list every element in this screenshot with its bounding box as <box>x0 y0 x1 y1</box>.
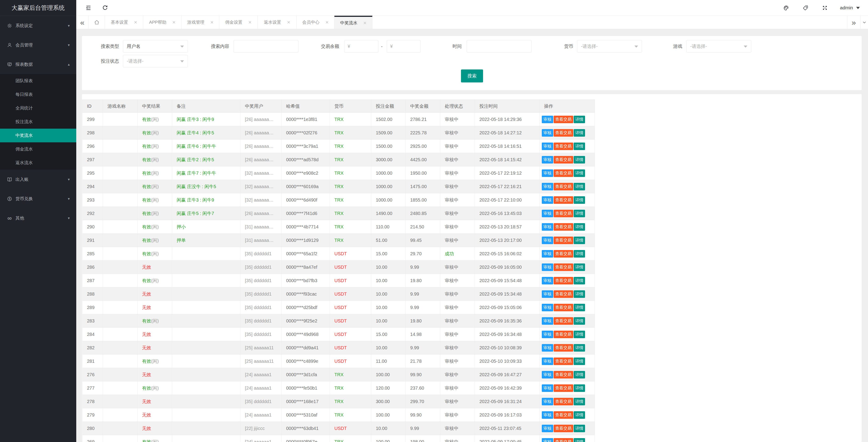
view-trade-button[interactable]: 查看交易 <box>554 170 573 177</box>
detail-button[interactable]: 详情 <box>574 357 585 365</box>
audit-button[interactable]: 审核 <box>542 250 553 258</box>
view-trade-button[interactable]: 查看交易 <box>554 223 573 231</box>
detail-button[interactable]: 详情 <box>574 371 585 379</box>
detail-button[interactable]: 详情 <box>574 398 585 405</box>
audit-button[interactable]: 审核 <box>542 304 553 311</box>
detail-button[interactable]: 详情 <box>574 438 585 442</box>
view-trade-button[interactable]: 查看交易 <box>554 438 573 442</box>
view-trade-button[interactable]: 查看交易 <box>554 290 573 298</box>
audit-button[interactable]: 审核 <box>542 143 553 150</box>
sidebar-subitem-中奖流水[interactable]: 中奖流水 <box>0 129 76 142</box>
audit-button[interactable]: 审核 <box>542 156 553 164</box>
audit-button[interactable]: 审核 <box>542 290 553 298</box>
view-trade-button[interactable]: 查看交易 <box>554 331 573 338</box>
collapse-sidebar-icon[interactable] <box>85 5 92 11</box>
detail-button[interactable]: 详情 <box>574 237 585 244</box>
audit-button[interactable]: 审核 <box>542 263 553 271</box>
user-menu[interactable]: admin <box>840 5 860 11</box>
audit-button[interactable]: 审核 <box>542 357 553 365</box>
close-icon[interactable]: × <box>363 20 367 26</box>
detail-button[interactable]: 详情 <box>574 129 585 137</box>
audit-button[interactable]: 审核 <box>542 344 553 352</box>
audit-button[interactable]: 审核 <box>542 411 553 419</box>
detail-button[interactable]: 详情 <box>574 384 585 392</box>
view-trade-button[interactable]: 查看交易 <box>554 156 573 164</box>
audit-button[interactable]: 审核 <box>542 196 553 204</box>
detail-button[interactable]: 详情 <box>574 170 585 177</box>
balance-min-input[interactable] <box>344 40 378 53</box>
tab-中奖流水[interactable]: 中奖流水× <box>334 16 372 29</box>
sidebar-item-报表数据[interactable]: 报表数据▲ <box>0 55 76 74</box>
audit-button[interactable]: 审核 <box>542 438 553 442</box>
sidebar-subitem-每日报表[interactable]: 每日报表 <box>0 88 76 101</box>
view-trade-button[interactable]: 查看交易 <box>554 425 573 432</box>
fullscreen-icon[interactable] <box>822 5 828 11</box>
audit-button[interactable]: 审核 <box>542 210 553 217</box>
detail-button[interactable]: 详情 <box>574 143 585 150</box>
audit-button[interactable]: 审核 <box>542 398 553 405</box>
tab-APP帮助[interactable]: APP帮助× <box>143 16 182 29</box>
detail-button[interactable]: 详情 <box>574 210 585 217</box>
audit-button[interactable]: 审核 <box>542 183 553 190</box>
tabs-menu-icon[interactable] <box>860 16 868 29</box>
view-trade-button[interactable]: 查看交易 <box>554 116 573 123</box>
view-trade-button[interactable]: 查看交易 <box>554 411 573 419</box>
detail-button[interactable]: 详情 <box>574 263 585 271</box>
sidebar-item-系统设定[interactable]: 系统设定▼ <box>0 16 76 35</box>
view-trade-button[interactable]: 查看交易 <box>554 250 573 258</box>
tab-游戏管理[interactable]: 游戏管理× <box>182 16 219 29</box>
time-input[interactable] <box>467 40 531 53</box>
close-icon[interactable]: × <box>172 19 176 26</box>
sidebar-item-会员管理[interactable]: 会员管理▼ <box>0 35 76 55</box>
close-icon[interactable]: × <box>287 19 290 26</box>
tabs-scroll-left-icon[interactable]: « <box>76 16 89 29</box>
audit-button[interactable]: 审核 <box>542 170 553 177</box>
detail-button[interactable]: 详情 <box>574 331 585 338</box>
sidebar-subitem-团队报表[interactable]: 团队报表 <box>0 74 76 88</box>
sidebar-subitem-佣金流水[interactable]: 佣金流水 <box>0 142 76 156</box>
refresh-icon[interactable] <box>102 5 108 11</box>
view-trade-button[interactable]: 查看交易 <box>554 196 573 204</box>
view-trade-button[interactable]: 查看交易 <box>554 143 573 150</box>
sidebar-subitem-全局统计[interactable]: 全局统计 <box>0 101 76 115</box>
detail-button[interactable]: 详情 <box>574 290 585 298</box>
detail-button[interactable]: 详情 <box>574 344 585 352</box>
theme-palette-icon[interactable] <box>783 5 789 11</box>
tag-icon[interactable] <box>803 5 808 11</box>
detail-button[interactable]: 详情 <box>574 183 585 190</box>
search-content-input[interactable] <box>234 40 299 53</box>
view-trade-button[interactable]: 查看交易 <box>554 263 573 271</box>
view-trade-button[interactable]: 查看交易 <box>554 384 573 392</box>
balance-max-input[interactable] <box>387 40 421 53</box>
view-trade-button[interactable]: 查看交易 <box>554 398 573 405</box>
audit-button[interactable]: 审核 <box>542 129 553 137</box>
search-type-select[interactable]: 用户名 <box>123 40 188 53</box>
bet-status-select[interactable]: -请选择- <box>123 55 188 67</box>
detail-button[interactable]: 详情 <box>574 250 585 258</box>
audit-button[interactable]: 审核 <box>542 384 553 392</box>
detail-button[interactable]: 详情 <box>574 277 585 285</box>
sidebar-item-其他[interactable]: ∞其他▼ <box>0 208 76 228</box>
close-icon[interactable]: × <box>210 19 214 26</box>
close-icon[interactable]: × <box>248 19 252 26</box>
tabs-scroll-right-icon[interactable]: » <box>847 16 860 29</box>
audit-button[interactable]: 审核 <box>542 331 553 338</box>
currency-select[interactable]: -请选择- <box>577 40 642 53</box>
view-trade-button[interactable]: 查看交易 <box>554 304 573 311</box>
audit-button[interactable]: 审核 <box>542 277 553 285</box>
view-trade-button[interactable]: 查看交易 <box>554 317 573 325</box>
detail-button[interactable]: 详情 <box>574 304 585 311</box>
audit-button[interactable]: 审核 <box>542 425 553 432</box>
view-trade-button[interactable]: 查看交易 <box>554 237 573 244</box>
sidebar-subitem-返水流水[interactable]: 返水流水 <box>0 156 76 170</box>
view-trade-button[interactable]: 查看交易 <box>554 183 573 190</box>
tab-会员中心[interactable]: 会员中心× <box>297 16 334 29</box>
sidebar-subitem-投注流水[interactable]: 投注流水 <box>0 115 76 129</box>
tab-返水设置[interactable]: 返水设置× <box>258 16 297 29</box>
game-select[interactable]: -请选择- <box>686 40 751 53</box>
view-trade-button[interactable]: 查看交易 <box>554 357 573 365</box>
tab-佣金设置[interactable]: 佣金设置× <box>219 16 258 29</box>
detail-button[interactable]: 详情 <box>574 223 585 231</box>
audit-button[interactable]: 审核 <box>542 223 553 231</box>
detail-button[interactable]: 详情 <box>574 116 585 123</box>
